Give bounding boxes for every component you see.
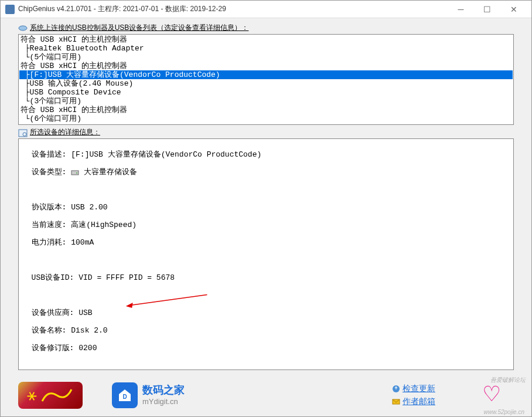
app-icon	[5, 5, 15, 14]
tree-line[interactable]: ├[F:]USB 大容量存储设备(VendorCo ProductCode)	[19, 70, 513, 79]
watermark-text2: www.52pojie.cn	[484, 409, 524, 415]
detail-usbid: USB设备ID: VID = FFFF PID = 5678	[22, 273, 510, 282]
svg-rect-3	[71, 171, 79, 175]
tree-line[interactable]: └(6个端口可用)	[19, 114, 513, 123]
update-icon	[392, 385, 400, 393]
tree-line[interactable]: └(5个端口可用)	[19, 53, 513, 62]
detail-power: 电力消耗: 100mA	[22, 238, 510, 247]
check-update-link[interactable]: 检查更新	[392, 384, 435, 394]
device-list-icon	[18, 25, 28, 32]
svg-text:D: D	[122, 394, 127, 400]
detail-speed: 当前速度: 高速(HighSpeed)	[22, 221, 510, 229]
device-list-header: 系统上连接的USB控制器及USB设备列表（选定设备查看详细信息）：	[18, 23, 514, 33]
minimize-button[interactable]: ─	[448, 1, 474, 18]
detail-type: 设备类型: 大容量存储设备	[22, 168, 510, 177]
titlebar-text: ChipGenius v4.21.0701 - 主程序: 2021-07-01 …	[18, 4, 448, 14]
maximize-button[interactable]: ☐	[474, 1, 500, 18]
svg-point-0	[19, 26, 27, 30]
detail-devrev: 设备修订版: 0200	[22, 344, 510, 352]
tree-line[interactable]: ├USB Composite Device	[19, 88, 513, 97]
app-window: ChipGenius v4.21.0701 - 主程序: 2021-07-01 …	[0, 0, 532, 417]
tree-line[interactable]: └(3个端口可用)	[19, 97, 513, 106]
detail-proto: 协议版本: USB 2.00	[22, 203, 510, 212]
mydigit-link[interactable]: D 数码之家 mYdigit.cn	[112, 382, 185, 408]
mydigit-subtitle: mYdigit.cn	[142, 397, 185, 407]
detail-header: 所选设备的详细信息：	[18, 127, 514, 137]
watermark-text1: 吾爱破解论坛	[490, 376, 526, 384]
tree-line[interactable]: ├Realtek Bluetooth Adapter	[19, 44, 513, 53]
tree-line[interactable]: 符合 USB xHCI 的主机控制器	[19, 35, 513, 44]
detail-vendor: 设备供应商: USB	[22, 308, 510, 317]
close-button[interactable]: ✕	[500, 1, 527, 18]
content-area: 系统上连接的USB控制器及USB设备列表（选定设备查看详细信息）： 符合 USB…	[1, 18, 531, 372]
titlebar: ChipGenius v4.21.0701 - 主程序: 2021-07-01 …	[1, 1, 531, 18]
donate-heart-icon[interactable]: ♡	[482, 384, 514, 407]
svg-point-4	[76, 172, 77, 174]
author-email-link[interactable]: 作者邮箱	[392, 396, 435, 407]
tree-line[interactable]: ├USB 输入设备(2.4G Mouse)	[19, 79, 513, 88]
drive-icon	[71, 169, 79, 176]
detail-icon	[18, 129, 28, 136]
detail-title: 所选设备的详细信息：	[30, 127, 100, 137]
email-icon	[392, 398, 400, 406]
mydigit-title: 数码之家	[142, 384, 185, 397]
device-list-title: 系统上连接的USB控制器及USB设备列表（选定设备查看详细信息）：	[30, 23, 248, 33]
detail-panel[interactable]: 设备描述: [F:]USB 大容量存储设备(VendorCo ProductCo…	[18, 138, 514, 370]
detail-desc: 设备描述: [F:]USB 大容量存储设备(VendorCo ProductCo…	[22, 150, 510, 159]
footer: ⚹ D 数码之家 mYdigit.cn 检查更新 作者邮箱 ♡	[1, 378, 531, 413]
device-list[interactable]: 符合 USB xHCI 的主机控制器 ├Realtek Bluetooth Ad…	[18, 34, 514, 125]
footer-links: 检查更新 作者邮箱	[392, 384, 435, 407]
tree-line[interactable]: 符合 USB xHCI 的主机控制器	[19, 62, 513, 70]
tree-line[interactable]: 符合 USB xHCI 的主机控制器	[19, 106, 513, 114]
party-logo: ⚹	[18, 382, 83, 409]
mydigit-icon: D	[112, 382, 138, 408]
detail-devname: 设备名称: Disk 2.0	[22, 326, 510, 335]
